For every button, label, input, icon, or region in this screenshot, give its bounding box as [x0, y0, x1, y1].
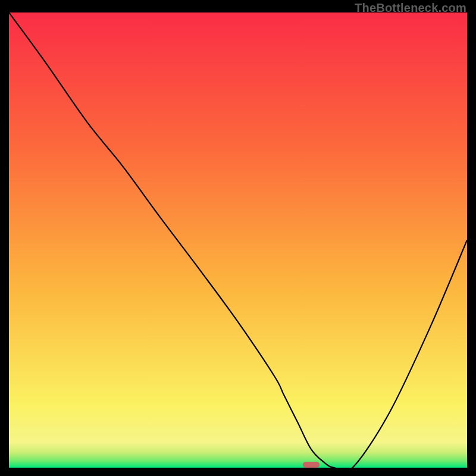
bottleneck-curve — [9, 12, 467, 468]
curve-layer — [9, 12, 467, 468]
plot-area — [9, 12, 467, 468]
watermark-text: TheBottleneck.com — [355, 1, 466, 15]
optimal-marker — [303, 462, 320, 468]
chart-stage: TheBottleneck.com — [0, 0, 476, 476]
